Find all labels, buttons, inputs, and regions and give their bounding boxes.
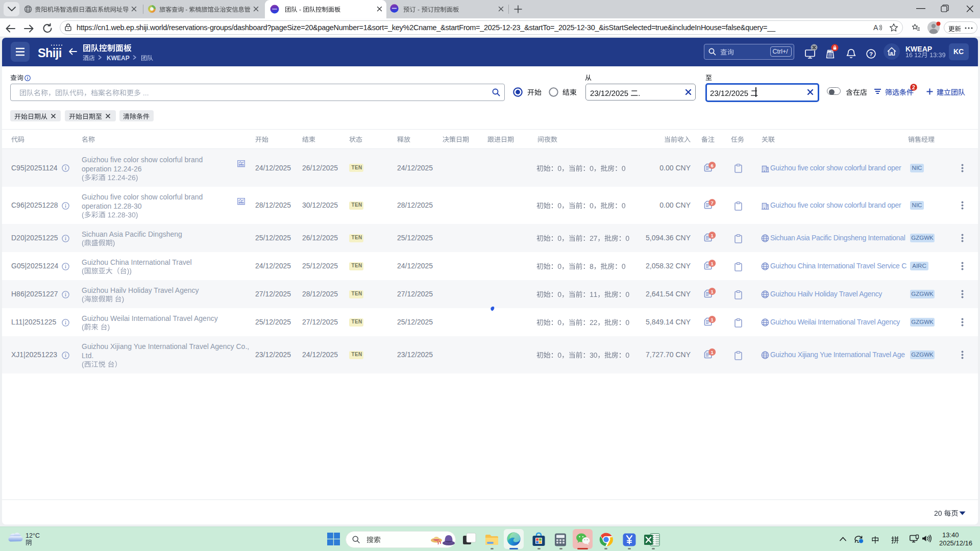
svg-text:1: 1 [711, 349, 714, 355]
svg-text:1: 1 [711, 317, 714, 322]
svg-text:6: 6 [711, 162, 714, 168]
svg-text:2: 2 [912, 84, 915, 90]
svg-text:1: 1 [711, 261, 714, 266]
svg-text:A: A [873, 23, 878, 32]
svg-text:1: 1 [711, 233, 714, 238]
svg-text:?: ? [869, 51, 873, 57]
svg-text:7: 7 [711, 200, 714, 206]
svg-text:1: 1 [711, 289, 714, 294]
